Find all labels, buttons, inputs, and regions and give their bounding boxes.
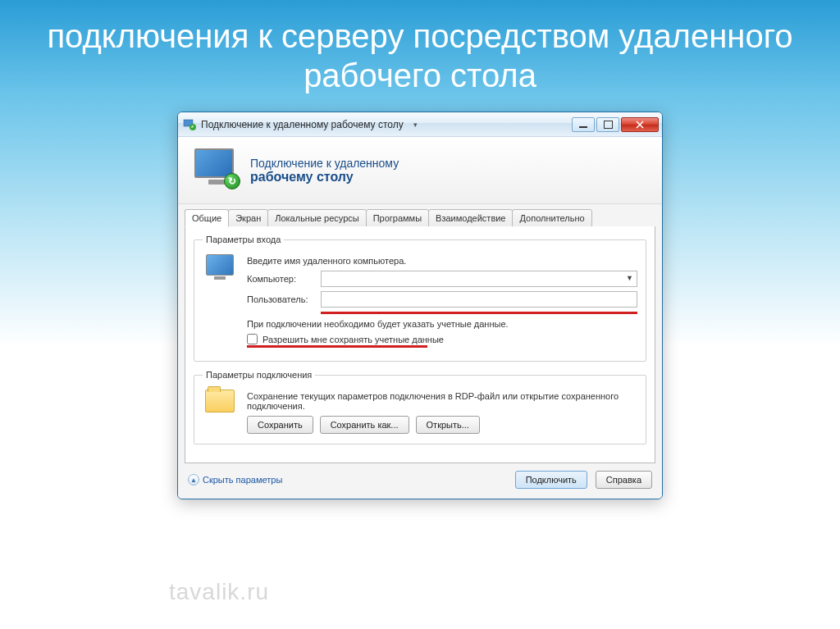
tab-panel-general: Параметры входа Введите имя удаленного к… xyxy=(185,226,655,463)
tab-strip: Общие Экран Локальные ресурсы Программы … xyxy=(178,204,662,227)
save-credentials-checkbox[interactable] xyxy=(247,334,258,344)
tab-advanced[interactable]: Дополнительно xyxy=(512,209,591,227)
tab-programs[interactable]: Программы xyxy=(366,209,429,227)
user-input[interactable] xyxy=(321,291,637,308)
save-as-button[interactable]: Сохранить как... xyxy=(320,416,409,434)
header-line2: рабочему столу xyxy=(250,170,399,185)
user-label: Пользователь: xyxy=(247,294,321,304)
annotation-underline xyxy=(321,312,637,314)
tab-general[interactable]: Общие xyxy=(185,209,229,227)
help-button[interactable]: Справка xyxy=(596,471,652,489)
tab-local-resources[interactable]: Локальные ресурсы xyxy=(267,209,366,227)
chevron-down-icon[interactable]: ▼ xyxy=(626,274,633,282)
connection-legend: Параметры подключения xyxy=(203,370,315,380)
open-button[interactable]: Открыть... xyxy=(416,416,480,434)
window-footer: ▲ Скрыть параметры Подключить Справка xyxy=(178,464,662,499)
computer-label: Компьютер: xyxy=(247,274,321,284)
minimize-button[interactable] xyxy=(572,117,595,132)
app-icon xyxy=(183,118,196,131)
annotation-underline-2 xyxy=(247,345,427,348)
header-line1: Подключение к удаленному xyxy=(250,157,399,170)
tab-experience[interactable]: Взаимодействие xyxy=(428,209,513,227)
watermark: tavalik.ru xyxy=(169,579,269,605)
folder-icon xyxy=(203,386,237,412)
login-instruction: Введите имя удаленного компьютера. xyxy=(247,256,637,266)
window-title: Подключение к удаленному рабочему столу xyxy=(201,119,404,130)
tab-screen[interactable]: Экран xyxy=(228,209,268,227)
maximize-button[interactable] xyxy=(596,117,619,132)
credentials-note: При подключении необходимо будет указать… xyxy=(247,319,637,329)
login-group: Параметры входа Введите имя удаленного к… xyxy=(194,235,646,362)
connect-button[interactable]: Подключить xyxy=(515,471,587,489)
connection-group: Параметры подключения Сохранение текущих… xyxy=(194,370,646,444)
rdp-logo-icon: ↻ xyxy=(194,148,239,193)
header-banner: ↻ Подключение к удаленному рабочему стол… xyxy=(178,137,662,204)
save-credentials-label: Разрешить мне сохранять учетные данные xyxy=(262,335,444,344)
window-titlebar[interactable]: Подключение к удаленному рабочему столу … xyxy=(178,112,662,137)
titlebar-dropdown-icon[interactable]: ▾ xyxy=(410,119,422,130)
computer-icon xyxy=(203,251,237,280)
chevron-up-icon: ▲ xyxy=(188,474,199,485)
computer-combo[interactable]: ▼ xyxy=(321,271,637,287)
login-legend: Параметры входа xyxy=(203,235,284,244)
close-button[interactable] xyxy=(621,117,659,132)
rdp-window: Подключение к удаленному рабочему столу … xyxy=(177,112,663,499)
connection-description: Сохранение текущих параметров подключени… xyxy=(247,391,637,411)
save-button[interactable]: Сохранить xyxy=(247,416,313,434)
hide-params-link[interactable]: ▲ Скрыть параметры xyxy=(188,474,282,485)
slide-title: подключения к серверу посредством удален… xyxy=(0,0,840,103)
